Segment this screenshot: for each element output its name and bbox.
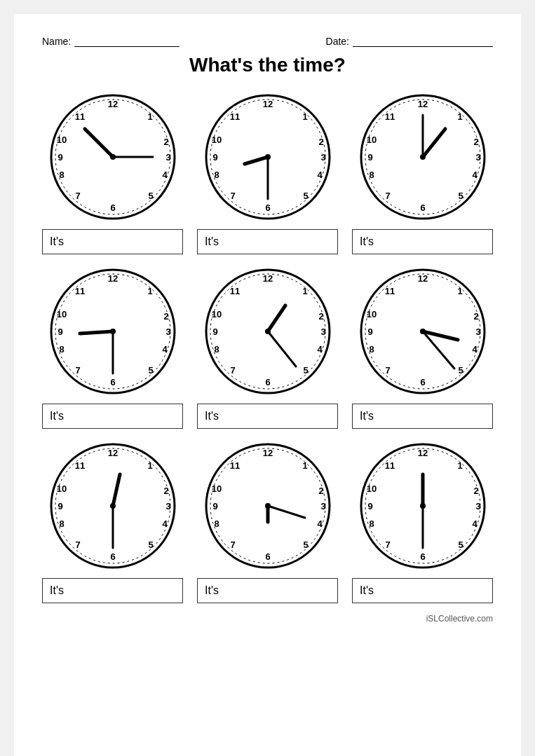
clock-cell-1: 12 1 2 3 4 5 6 7 8 9 10 11 It's [42,90,183,254]
svg-text:7: 7 [75,191,80,201]
svg-text:2: 2 [318,486,323,496]
svg-text:5: 5 [303,191,308,201]
svg-text:3: 3 [165,327,170,337]
name-field: Name: [42,35,180,47]
svg-text:7: 7 [75,365,80,376]
svg-text:2: 2 [473,137,478,147]
svg-text:11: 11 [229,460,239,471]
svg-text:4: 4 [317,518,323,529]
answer-box-5[interactable]: It's [197,404,338,429]
svg-text:7: 7 [385,365,390,376]
svg-text:4: 4 [317,344,323,355]
svg-text:11: 11 [384,111,394,122]
svg-text:11: 11 [74,286,84,296]
svg-text:1: 1 [302,286,307,296]
svg-text:8: 8 [369,518,374,529]
svg-text:1: 1 [147,286,152,296]
clock-1: 12 1 2 3 4 5 6 7 8 9 10 11 [46,90,180,224]
svg-text:9: 9 [367,501,372,511]
svg-text:12: 12 [417,273,427,284]
date-field: Date: [326,35,493,47]
answer-box-8[interactable]: It's [197,578,338,603]
svg-point-118 [110,503,116,509]
svg-text:12: 12 [262,448,272,458]
svg-point-101 [420,329,426,334]
svg-text:5: 5 [458,539,463,550]
svg-text:9: 9 [367,327,372,337]
answer-box-7[interactable]: It's [42,578,183,603]
svg-text:10: 10 [366,135,376,145]
svg-text:10: 10 [211,309,221,319]
answer-box-1[interactable]: It's [42,229,183,254]
svg-text:5: 5 [303,539,308,550]
clock-5: 12 1 2 3 4 5 6 7 8 9 10 11 [201,265,334,398]
svg-text:10: 10 [56,135,66,145]
svg-text:3: 3 [475,327,480,337]
clock-2: 12 1 2 3 4 5 6 7 8 9 10 11 [201,90,334,224]
svg-text:1: 1 [457,111,462,122]
svg-text:6: 6 [420,202,425,213]
svg-text:9: 9 [212,501,217,511]
name-underline[interactable] [74,35,180,47]
answer-label-4: It's [50,410,64,422]
header-row: Name: Date: [42,35,493,47]
svg-text:12: 12 [107,273,117,284]
page-title: What's the time? [42,54,493,76]
answer-box-6[interactable]: It's [352,404,493,429]
svg-text:3: 3 [320,501,325,511]
clock-cell-5: 12 1 2 3 4 5 6 7 8 9 10 11 It's [197,265,338,429]
svg-text:1: 1 [147,111,152,122]
svg-point-67 [110,329,116,334]
svg-text:5: 5 [303,365,308,376]
svg-text:8: 8 [214,344,219,355]
svg-text:2: 2 [318,311,323,322]
svg-text:6: 6 [265,377,270,387]
svg-text:12: 12 [107,448,117,458]
clock-cell-6: 12 1 2 3 4 5 6 7 8 9 10 11 It's [352,265,493,429]
clock-cell-7: 12 1 2 3 4 5 6 7 8 9 10 11 It's [42,439,183,603]
answer-box-2[interactable]: It's [197,229,338,254]
footer-text: iSLCollective.com [42,614,493,624]
svg-text:4: 4 [162,518,168,529]
answer-label-5: It's [205,410,219,422]
clock-4: 12 1 2 3 4 5 6 7 8 9 10 11 [46,265,180,398]
svg-text:4: 4 [162,344,168,355]
svg-text:5: 5 [148,539,153,550]
svg-point-152 [420,503,426,509]
svg-point-50 [420,154,426,160]
svg-text:9: 9 [57,501,62,511]
svg-text:1: 1 [302,111,307,122]
svg-point-84 [265,329,271,334]
answer-label-9: It's [360,584,374,596]
svg-text:1: 1 [147,460,152,471]
svg-text:1: 1 [457,460,462,471]
svg-text:4: 4 [472,518,478,529]
answer-label-3: It's [360,235,374,247]
worksheet-page: Name: Date: What's the time? 12 1 2 3 4 … [14,14,521,756]
answer-box-4[interactable]: It's [42,404,183,429]
svg-text:10: 10 [366,483,376,494]
svg-point-135 [265,503,271,509]
svg-text:9: 9 [212,152,217,163]
svg-text:8: 8 [59,170,64,180]
answer-label-8: It's [205,584,219,596]
svg-text:10: 10 [56,483,66,494]
svg-text:12: 12 [107,99,117,109]
svg-text:10: 10 [366,309,376,319]
svg-text:4: 4 [472,344,478,355]
svg-text:2: 2 [163,137,168,147]
date-underline[interactable] [353,35,493,47]
answer-box-3[interactable]: It's [352,229,493,254]
svg-text:6: 6 [265,551,270,562]
svg-text:8: 8 [214,518,219,529]
svg-text:6: 6 [420,551,425,562]
svg-text:10: 10 [211,483,221,494]
clock-cell-8: 12 1 2 3 4 5 6 7 8 9 10 11 It's [197,439,338,603]
answer-box-9[interactable]: It's [352,578,493,603]
svg-text:11: 11 [74,111,84,122]
svg-text:2: 2 [318,137,323,147]
svg-text:11: 11 [74,460,84,471]
svg-text:9: 9 [212,327,217,337]
svg-text:9: 9 [367,152,372,163]
svg-text:5: 5 [148,191,153,201]
